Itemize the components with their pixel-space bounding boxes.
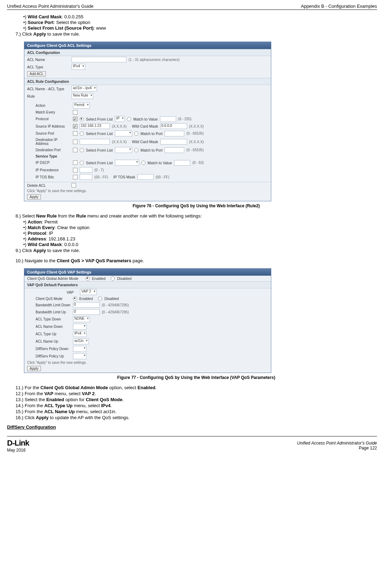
fig77-dspup-sel[interactable] — [73, 353, 87, 359]
fig76-dscp-chk[interactable] — [73, 160, 78, 165]
bullet-sp-val: : Select the option — [54, 20, 90, 25]
fig76-aclnametype-sel[interactable]: acl1in - ipv4 — [72, 86, 97, 92]
fig76-tos-input[interactable] — [80, 174, 92, 180]
figure-77-screenshot: Configure Client QoS VAP Settings Client… — [24, 268, 271, 373]
fig76-apply-btn[interactable]: Apply — [27, 194, 41, 200]
bullet-sp-label: Source Port — [28, 20, 54, 25]
fig76-rule-sel[interactable]: New Rule — [72, 93, 93, 99]
fig77-atup-sel[interactable]: IPv4 — [73, 331, 87, 337]
fig76-action-sel[interactable]: Permit — [73, 103, 90, 109]
fig76-delacl-lbl: Delete ACL — [27, 183, 69, 188]
fig77-apply-hint: Click "Apply" to save the new settings. — [24, 360, 271, 365]
fig76-tos-chk[interactable] — [73, 175, 78, 179]
fig76-sp-sfl-radio[interactable] — [80, 131, 84, 136]
bullet-sfl-label: Select From List (Source Port) — [28, 25, 94, 31]
fig76-add-acl-btn[interactable]: Add ACL — [27, 71, 46, 76]
fig76-sp-mp-radio[interactable] — [134, 131, 138, 136]
fig76-aclname-input[interactable] — [72, 57, 126, 62]
fig77-dspup-lbl: DiffServ Policy Up — [36, 354, 71, 358]
fig76-sp-mp-input[interactable] — [165, 131, 184, 136]
fig77-dspdown-sel[interactable] — [73, 346, 87, 352]
fig77-bwdown-input[interactable]: 0 — [73, 302, 100, 308]
fig76-dscp-mv-input[interactable] — [174, 160, 190, 166]
bullet-wcm-val: : 0.0.0.255 — [62, 14, 83, 19]
fig76-srcport-lbl: Source Port — [36, 131, 71, 135]
top-bullets: •) Wild Card Mask: 0.0.0.255 •) Source P… — [16, 14, 377, 31]
fig76-proto-sfl-radio[interactable] — [80, 117, 84, 121]
fig76-prec-lbl: IP Precedence — [36, 168, 71, 172]
fig77-gmode-dis-radio[interactable] — [111, 276, 115, 281]
fig76-acltype-sel[interactable]: IPv4 — [72, 64, 85, 70]
figure-76-caption: Figure 76 - Configuring QoS by Using the… — [16, 203, 377, 208]
fig77-qos-en-radio[interactable] — [73, 296, 77, 301]
fig76-tos-lbl: IP TOS Bits — [36, 175, 71, 179]
header-left: Unified Access Point Administrator's Gui… — [7, 4, 93, 9]
fig76-dp-sfl-radio[interactable] — [80, 148, 84, 152]
fig76-srcip-lbl: Source IP Address — [36, 124, 71, 128]
figure-76-screenshot: Configure Client QoS ACL Settings ACL Co… — [24, 42, 271, 201]
fig76-sect-aclconf: ACL Configuration — [24, 49, 271, 56]
fig76-aclname-lbl: ACL Name — [27, 57, 69, 62]
fig77-andown-lbl: ACL Name Down — [36, 325, 71, 329]
fig77-gmode-en-radio[interactable] — [86, 276, 90, 281]
bullet-wcm-label: Wild Card Mask — [28, 14, 62, 19]
fig76-dp-mp-radio[interactable] — [134, 148, 138, 152]
fig76-acltype-lbl: ACL Type — [27, 65, 69, 69]
fig76-srcip-wcm[interactable]: 0.0.0.0 — [160, 123, 187, 129]
fig76-proto-mv-radio[interactable] — [127, 117, 131, 121]
fig76-dp-mp-input[interactable] — [165, 147, 184, 153]
diffserv-heading: DiffServ Configuration — [7, 424, 377, 430]
footer-left: D-Link May 2016 — [7, 439, 29, 453]
fig76-dstip-chk[interactable] — [73, 140, 78, 144]
fig77-bwdown-lbl: Bandwidth Limit Down — [36, 303, 71, 307]
fig77-atup-lbl: ACL Type Up — [36, 332, 71, 336]
footer-right: Unified Access Point Administrator's Gui… — [297, 441, 377, 451]
fig76-proto-sel[interactable]: IP — [115, 116, 125, 122]
fig77-apply-btn[interactable]: Apply — [27, 366, 41, 371]
fig77-qos-dis-radio[interactable] — [98, 296, 102, 301]
fig76-tosmask-input[interactable] — [137, 174, 154, 180]
fig76-dscp-mv-radio[interactable] — [141, 161, 145, 165]
fig76-dp-sel[interactable] — [115, 147, 132, 153]
fig76-dscp-sfl-radio[interactable] — [80, 161, 84, 165]
footer-page: Page 122 — [359, 446, 377, 451]
fig77-anup-sel[interactable]: acl1in — [73, 338, 89, 344]
header-rule — [7, 10, 377, 10]
fig76-prec-input[interactable] — [80, 167, 92, 173]
fig76-dstip-input[interactable] — [80, 139, 110, 145]
fig77-gmode-lbl: Client QoS Global Admin Mode — [27, 276, 83, 281]
fig77-bwup-input[interactable]: 0 — [73, 309, 100, 315]
fig76-srcport-chk[interactable] — [73, 131, 78, 136]
fig76-dstip-wcm[interactable] — [160, 139, 187, 145]
step-12: 12.) From the VAP menu, select VAP 2. — [16, 391, 377, 396]
fig77-sect-default: VAP QoS Default Parameters — [24, 281, 271, 288]
step-7: 7.) Click Apply to save the rule. — [16, 31, 377, 37]
fig76-dstip-lbl: Destination IP Address — [36, 138, 71, 146]
fig77-bwup-lbl: Bandwidth Limit Up — [36, 310, 71, 314]
fig76-dscp-lbl: IP DSCP — [36, 161, 71, 165]
fig76-srcip-chk[interactable]: ✓ — [73, 124, 78, 129]
fig76-proto-mv-input[interactable] — [160, 116, 176, 122]
fig77-title: Configure Client QoS VAP Settings — [24, 269, 271, 276]
step-16: 16.) Click Apply to update the AP with t… — [16, 415, 377, 420]
fig76-prec-chk[interactable] — [73, 168, 78, 172]
fig76-dstport-chk[interactable] — [73, 148, 78, 152]
bullet-sfl-val: : www — [94, 25, 106, 31]
footer-guide: Unified Access Point Administrator's Gui… — [297, 441, 377, 446]
fig76-dscp-sel[interactable] — [115, 160, 139, 166]
fig76-srcip-input[interactable]: 192.168.1.23 — [80, 123, 110, 129]
fig77-dspdown-lbl: DiffServ Policy Down — [36, 347, 71, 351]
fig76-sp-sel[interactable] — [115, 130, 132, 136]
fig76-matchevery-chk[interactable] — [73, 110, 78, 115]
step-15: 15.) From the ACL Name Up menu, select a… — [16, 409, 377, 414]
fig77-atdown-sel[interactable]: NONE — [73, 316, 90, 322]
header-right: Appendix B - Configuration Examples — [301, 4, 377, 9]
step-14: 14.) From the ACL Type Up menu, select I… — [16, 403, 377, 408]
fig76-delacl-chk[interactable] — [72, 183, 76, 188]
step-8: 8.) Select New Rule from the Rule menu a… — [16, 213, 377, 219]
step-9: 9.) Click Apply to save the rule. — [16, 248, 377, 253]
fig76-title: Configure Client QoS ACL Settings — [24, 42, 271, 49]
fig77-vap-sel[interactable]: VAP 2 — [80, 289, 96, 295]
fig76-protocol-chk[interactable]: ✓ — [73, 117, 78, 121]
fig77-andown-sel[interactable] — [73, 324, 87, 330]
